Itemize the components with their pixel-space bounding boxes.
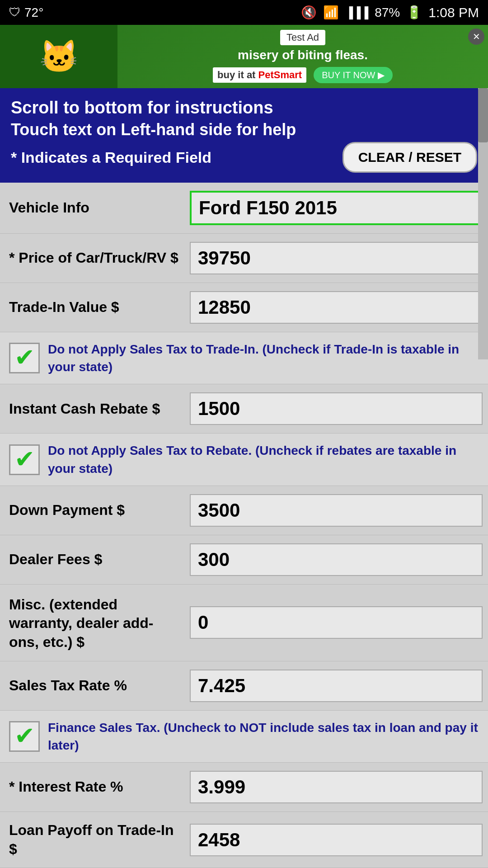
- battery-level: 87%: [375, 5, 400, 20]
- scrollbar-thumb[interactable]: [478, 88, 488, 142]
- trade-in-check-icon: ✔: [14, 345, 35, 369]
- down-payment-row: Down Payment $: [0, 486, 488, 535]
- instant-cash-rebate-input[interactable]: [190, 392, 483, 425]
- rebate-checkbox-label: Do not Apply Sales Tax to Rebate. (Unche…: [48, 442, 479, 477]
- interest-rate-row: * Interest Rate %: [0, 763, 488, 812]
- finance-sales-tax-checkbox[interactable]: ✔: [9, 721, 40, 752]
- ad-banner: 🐱 Test Ad misery of biting fleas. buy it…: [0, 25, 488, 88]
- finance-sales-tax-check-icon: ✔: [14, 723, 35, 748]
- vehicle-info-label: Vehicle Info: [0, 194, 190, 222]
- loan-payoff-row: Loan Payoff on Trade-In $: [0, 812, 488, 868]
- misc-label: Misc. (extended warranty, dealer add-ons…: [0, 589, 190, 656]
- status-left: 🛡 72°: [9, 5, 43, 20]
- trade-in-checkbox-label: Do not Apply Sales Tax to Trade-In. (Unc…: [48, 340, 479, 376]
- trade-in-checkbox[interactable]: ✔: [9, 343, 40, 373]
- trade-in-value-input[interactable]: [190, 291, 483, 324]
- interest-rate-input[interactable]: [190, 771, 483, 803]
- signal-icon: ▐▐▐: [345, 6, 368, 19]
- sales-tax-rate-input[interactable]: [190, 670, 483, 702]
- mute-icon: 🔇: [301, 5, 317, 20]
- interest-rate-label: * Interest Rate %: [0, 773, 190, 801]
- loan-payoff-label: Loan Payoff on Trade-In $: [0, 816, 190, 863]
- header-line1: Scroll to bottom for instructions: [11, 98, 477, 118]
- sales-tax-rate-row: Sales Tax Rate %: [0, 661, 488, 711]
- price-of-car-input[interactable]: [190, 242, 483, 274]
- price-of-car-row: * Price of Car/Truck/RV $: [0, 234, 488, 283]
- misc-row: Misc. (extended warranty, dealer add-ons…: [0, 585, 488, 661]
- ad-close-button[interactable]: ✕: [468, 28, 484, 45]
- down-payment-input[interactable]: [190, 494, 483, 527]
- trade-in-value-row: Trade-In Value $: [0, 283, 488, 332]
- scrollbar-track[interactable]: [478, 88, 488, 359]
- vehicle-info-row: Vehicle Info: [0, 183, 488, 234]
- petsmart-logo: PetSmart: [258, 69, 302, 80]
- dealer-fees-input[interactable]: [190, 543, 483, 576]
- misc-input[interactable]: [190, 606, 483, 639]
- dealer-fees-row: Dealer Fees $: [0, 535, 488, 585]
- ad-cta-button[interactable]: BUY IT NOW ▶: [314, 67, 393, 83]
- header-banner: Scroll to bottom for instructions Touch …: [0, 88, 488, 183]
- finance-sales-tax-checkbox-label: Finance Sales Tax. (Uncheck to NOT inclu…: [48, 719, 479, 754]
- battery-icon: 🔋: [406, 5, 422, 20]
- trade-in-value-label: Trade-In Value $: [0, 293, 190, 321]
- shield-icon: 🛡: [9, 5, 21, 19]
- instant-cash-rebate-label: Instant Cash Rebate $: [0, 395, 190, 423]
- price-of-car-label: * Price of Car/Truck/RV $: [0, 244, 190, 272]
- down-payment-label: Down Payment $: [0, 496, 190, 524]
- sales-tax-rate-label: Sales Tax Rate %: [0, 672, 190, 700]
- rebate-checkbox-row: ✔ Do not Apply Sales Tax to Rebate. (Unc…: [0, 434, 488, 486]
- status-right: 🔇 📶 ▐▐▐ 87% 🔋 1:08 PM: [301, 5, 479, 20]
- finance-sales-tax-checkbox-row: ✔ Finance Sales Tax. (Uncheck to NOT inc…: [0, 711, 488, 763]
- vehicle-info-input[interactable]: [190, 191, 483, 225]
- ad-content: Test Ad misery of biting fleas. buy it a…: [117, 25, 488, 88]
- status-time: 1:08 PM: [428, 5, 479, 20]
- cat-icon: 🐱: [39, 38, 79, 75]
- status-bar: 🛡 72° 🔇 📶 ▐▐▐ 87% 🔋 1:08 PM: [0, 0, 488, 25]
- rebate-checkbox[interactable]: ✔: [9, 444, 40, 475]
- ad-tagline: misery of biting fleas.: [238, 48, 368, 62]
- instant-cash-rebate-row: Instant Cash Rebate $: [0, 384, 488, 434]
- header-line2: Touch text on Left-hand side for help: [11, 120, 477, 139]
- rebate-check-icon: ✔: [14, 447, 35, 471]
- ad-image: 🐱: [0, 25, 117, 88]
- ad-label: Test Ad: [280, 30, 325, 45]
- wifi-icon: 📶: [323, 5, 339, 20]
- dealer-fees-label: Dealer Fees $: [0, 546, 190, 574]
- form-area: Vehicle Info * Price of Car/Truck/RV $ T…: [0, 183, 488, 868]
- loan-payoff-input[interactable]: [190, 824, 483, 856]
- trade-in-checkbox-row: ✔ Do not Apply Sales Tax to Trade-In. (U…: [0, 332, 488, 384]
- temperature: 72°: [24, 5, 43, 20]
- clear-reset-button[interactable]: CLEAR / RESET: [343, 142, 477, 173]
- ad-store: buy it at PetSmart: [213, 67, 306, 83]
- header-line3: * Indicates a Required Field: [11, 149, 211, 166]
